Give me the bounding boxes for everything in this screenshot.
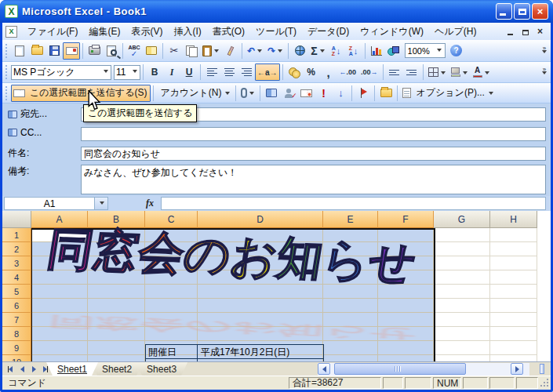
- tab-sheet1[interactable]: Sheet1: [46, 362, 98, 376]
- scroll-right-button[interactable]: [511, 363, 523, 375]
- row-header-3[interactable]: 3: [2, 256, 31, 270]
- increase-decimal-button[interactable]: ←.00: [337, 64, 359, 81]
- maximize-button[interactable]: [514, 3, 530, 20]
- sort-ascending-button[interactable]: AZ ↓: [328, 42, 345, 60]
- column-header-d[interactable]: D: [198, 211, 323, 228]
- mdi-restore-button[interactable]: [519, 27, 531, 37]
- cc-button[interactable]: CC...: [2, 127, 78, 138]
- accounts-button[interactable]: アカウント(N): [156, 85, 233, 102]
- fx-icon[interactable]: fx: [146, 198, 154, 209]
- percent-button[interactable]: %: [303, 64, 320, 81]
- cells-area[interactable]: 同窓会のお知らせ 同窓会のお知らせ 開催日 平成17年10月2日(日) 開催場所…: [2, 228, 537, 361]
- to-button[interactable]: 宛先...: [2, 107, 78, 121]
- research-button[interactable]: [143, 42, 160, 60]
- check-names-button[interactable]: ✓: [280, 85, 297, 102]
- row-header-4[interactable]: 4: [2, 270, 31, 285]
- first-sheet-button[interactable]: [5, 364, 16, 375]
- resize-grip[interactable]: [540, 378, 550, 388]
- tab-split-handle[interactable]: [540, 364, 544, 374]
- scroll-left-button[interactable]: [318, 363, 330, 375]
- menu-data[interactable]: データ(D): [302, 23, 355, 41]
- cut-button[interactable]: ✂: [166, 42, 183, 60]
- menu-window[interactable]: ウィンドウ(W): [355, 23, 429, 41]
- align-center-button[interactable]: [220, 64, 238, 81]
- chart-wizard-button[interactable]: [368, 42, 385, 60]
- table-row[interactable]: 開催日 平成17年10月2日(日): [146, 345, 323, 359]
- toolbar-grip[interactable]: [5, 65, 9, 79]
- next-sheet-button[interactable]: [28, 364, 39, 375]
- column-header-e[interactable]: E: [323, 211, 378, 228]
- menu-tools[interactable]: ツール(T): [250, 23, 302, 41]
- print-preview-button[interactable]: [103, 42, 120, 60]
- column-header-h[interactable]: H: [490, 211, 537, 228]
- paste-button[interactable]: [200, 42, 222, 60]
- column-header-g[interactable]: G: [434, 211, 490, 228]
- decrease-indent-button[interactable]: [386, 64, 403, 81]
- mdi-close-button[interactable]: ×: [534, 27, 546, 37]
- name-box-dropdown[interactable]: [95, 197, 108, 210]
- column-g-cells[interactable]: [434, 228, 490, 361]
- help-button[interactable]: ?: [448, 42, 465, 60]
- font-size-box[interactable]: 11: [114, 65, 140, 80]
- toolbar-options-button[interactable]: »: [540, 46, 549, 56]
- drawing-button[interactable]: [385, 42, 402, 60]
- increase-indent-button[interactable]: [403, 64, 420, 81]
- toolbar-grip[interactable]: [5, 86, 9, 100]
- sort-descending-button[interactable]: ZA ↓: [345, 42, 362, 60]
- zoom-box[interactable]: 100%: [405, 43, 446, 58]
- row-header-6[interactable]: 6: [2, 299, 31, 313]
- row-header-8[interactable]: 8: [2, 327, 31, 341]
- menu-help[interactable]: ヘルプ(H): [429, 23, 482, 41]
- borders-button[interactable]: [426, 64, 449, 81]
- spelling-button[interactable]: ABC✓: [126, 42, 143, 60]
- tab-sheet3[interactable]: Sheet3: [136, 362, 187, 376]
- column-h-cells[interactable]: [490, 228, 537, 361]
- toolbar-options-button[interactable]: »: [540, 67, 549, 77]
- redo-button[interactable]: ↷: [265, 42, 286, 60]
- minimize-button[interactable]: [496, 3, 512, 20]
- undo-button[interactable]: ↶: [245, 42, 265, 60]
- bold-button[interactable]: B: [146, 64, 163, 81]
- mdi-minimize-button[interactable]: [504, 27, 516, 37]
- name-box[interactable]: A1: [4, 197, 95, 210]
- comma-button[interactable]: ,: [320, 64, 337, 81]
- row-header-10[interactable]: 10: [2, 355, 31, 361]
- decrease-decimal-button[interactable]: .00→: [358, 64, 380, 81]
- tab-sheet2[interactable]: Sheet2: [91, 362, 143, 376]
- hyperlink-button[interactable]: [291, 42, 308, 60]
- title-bar[interactable]: X Microsoft Excel - Book1 ×: [0, 0, 553, 23]
- italic-button[interactable]: I: [163, 64, 180, 81]
- copy-button[interactable]: [183, 42, 200, 60]
- menu-insert[interactable]: 挿入(I): [168, 23, 206, 41]
- close-button[interactable]: ×: [532, 3, 548, 20]
- table-cell[interactable]: 開催日: [146, 345, 198, 358]
- menu-view[interactable]: 表示(V): [126, 23, 168, 41]
- open-button[interactable]: [28, 42, 45, 60]
- toolbar-grip[interactable]: [5, 44, 9, 58]
- select-all-corner[interactable]: [2, 211, 31, 228]
- horizontal-scrollbar[interactable]: [318, 363, 529, 376]
- new-button[interactable]: [11, 42, 28, 60]
- autocalculate-sum[interactable]: 合計=38627: [289, 377, 381, 389]
- email-button[interactable]: [63, 42, 80, 60]
- font-name-box[interactable]: MS Pゴシック: [11, 65, 111, 80]
- align-left-button[interactable]: [203, 64, 220, 81]
- print-button[interactable]: [85, 42, 103, 60]
- column-header-c[interactable]: C: [145, 211, 198, 228]
- underline-button[interactable]: U: [180, 64, 198, 81]
- menu-file[interactable]: ファイル(F): [22, 23, 83, 41]
- attach-button[interactable]: [238, 85, 257, 102]
- menu-format[interactable]: 書式(O): [207, 23, 250, 41]
- autosum-button[interactable]: Σ: [308, 42, 327, 60]
- notes-input[interactable]: みなさん、ぜひ参加してください！: [81, 165, 546, 194]
- font-color-button[interactable]: A: [471, 64, 493, 81]
- align-right-button[interactable]: [238, 64, 255, 81]
- priority-high-button[interactable]: !: [315, 85, 332, 102]
- currency-button[interactable]: [286, 64, 303, 81]
- address-book-button[interactable]: [263, 85, 280, 102]
- send-selection-button[interactable]: この選択範囲を送信する(S): [11, 85, 151, 102]
- horizontal-scroll-thumb[interactable]: [334, 363, 466, 375]
- zoom-control[interactable]: 100%: [402, 42, 448, 60]
- previous-sheet-button[interactable]: [16, 364, 27, 375]
- row-header-2[interactable]: 2: [2, 242, 31, 256]
